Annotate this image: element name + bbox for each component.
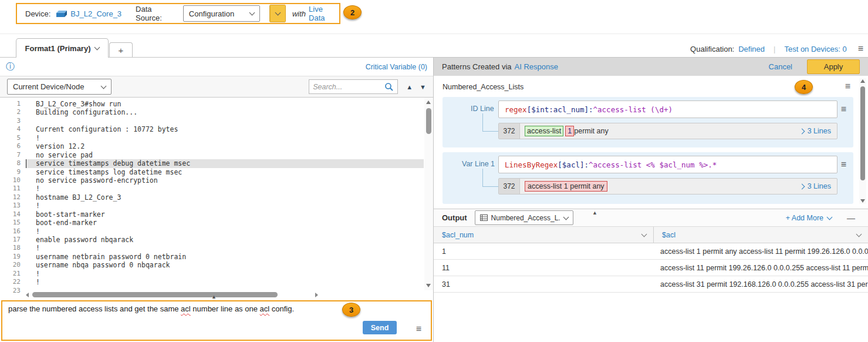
add-more-button[interactable]: + Add More — [786, 214, 832, 222]
scope-select[interactable]: Current Device/Node — [7, 79, 112, 95]
prompt-menu-icon[interactable]: ≡ — [416, 324, 421, 334]
device-icon — [56, 10, 67, 18]
line-text: ! — [26, 278, 424, 286]
critical-variable-link[interactable]: Critical Variable (0) — [366, 63, 427, 71]
search-next-button[interactable]: ▼ — [420, 83, 426, 90]
pattern-scrollbar[interactable] — [859, 78, 866, 204]
cell-acl: access-list 31 permit 192.168.126.0 0.0.… — [654, 276, 868, 292]
code-line[interactable]: 8service timestamps debug datetime msec — [0, 159, 433, 167]
code-editor[interactable]: 1BJ_L2_Core_3#show run2Building configur… — [0, 98, 433, 299]
id-line-menu-icon[interactable]: ≡ — [841, 105, 846, 114]
search-input[interactable] — [313, 83, 384, 91]
output-table-body: 1access-list 1 permit any access-list 11… — [434, 243, 868, 293]
code-line[interactable]: 2Building configuration... — [0, 108, 433, 116]
scroll-right-arrow[interactable] — [315, 293, 318, 297]
search-box — [309, 79, 398, 94]
line-number: 11 — [0, 185, 26, 193]
minimize-icon[interactable]: — — [847, 213, 855, 223]
prompt-segment: acl — [260, 304, 270, 313]
info-icon[interactable]: ⓘ — [6, 61, 15, 72]
cancel-button[interactable]: Cancel — [769, 62, 792, 71]
device-selection-group: Device: BJ_L2_Core_3 Data Source: Config… — [16, 3, 340, 24]
scrollbar-thumb[interactable] — [426, 108, 431, 134]
var-line-menu-icon[interactable]: ≡ — [841, 160, 846, 169]
device-label: Device: — [25, 9, 50, 18]
retrieve-dropdown-button[interactable] — [270, 5, 285, 22]
table-row[interactable]: 31access-list 31 permit 192.168.126.0 0.… — [434, 276, 868, 293]
live-data-link[interactable]: Live Data — [309, 5, 339, 22]
scrollbar-thumb[interactable] — [32, 292, 278, 297]
code-line[interactable]: 5! — [0, 134, 433, 142]
prompt-text[interactable]: parse the numbered access lists and get … — [8, 304, 425, 313]
code-line[interactable]: 4Current configuration : 10772 bytes — [0, 125, 433, 133]
code-line[interactable]: 22! — [0, 278, 433, 286]
output-toolbar: Output Numbered_Access_L... ▲ + Add More… — [434, 209, 868, 227]
code-line[interactable]: 10no service password-encryption — [0, 176, 433, 185]
column-header-acl-num[interactable]: $acl_num — [434, 227, 654, 243]
line-number: 17 — [0, 236, 26, 244]
pattern-definition-area: Numbered_Access_Lists 4 ≡ ID Line regex[… — [434, 76, 868, 209]
code-line[interactable]: 20username nbqa password 0 nbqarack — [0, 261, 433, 269]
test-on-devices-link[interactable]: Test on Devices: 0 — [784, 45, 846, 53]
ai-prompt-box[interactable]: parse the numbered access lists and get … — [1, 300, 432, 341]
add-tab-button[interactable]: + — [109, 42, 133, 58]
code-line[interactable]: 6version 12.2 — [0, 142, 433, 150]
code-line[interactable]: 18! — [0, 244, 433, 252]
output-table-select[interactable]: Numbered_Access_L... — [475, 210, 573, 225]
code-line[interactable]: 12hostname BJ_L2_Core_3 — [0, 193, 433, 202]
apply-button[interactable]: Apply — [807, 59, 860, 74]
data-source-select[interactable]: Configuration — [183, 5, 261, 22]
chevron-right-icon — [799, 183, 805, 189]
column-header-acl[interactable]: $acl — [654, 227, 868, 243]
horizontal-scrollbar[interactable] — [26, 291, 318, 299]
ai-response-link[interactable]: AI Response — [515, 62, 558, 71]
menu-icon[interactable]: ≡ — [858, 44, 863, 53]
line-number: 19 — [0, 253, 26, 261]
collapse-handle-icon[interactable]: ▲ — [592, 210, 597, 216]
config-editor-panel: ⓘ Critical Variable (0) Current Device/N… — [0, 58, 434, 342]
line-number: 14 — [0, 210, 26, 219]
code-line[interactable]: 13! — [0, 202, 433, 210]
match-line-number: 372 — [499, 179, 520, 194]
qualification-defined-link[interactable]: Defined — [738, 45, 765, 53]
scroll-down-arrow[interactable] — [860, 199, 865, 203]
scrollbar-thumb[interactable] — [860, 86, 865, 180]
line-text: no service password-encryption — [26, 176, 424, 185]
scroll-down-arrow[interactable] — [426, 284, 431, 287]
scroll-left-arrow[interactable] — [26, 293, 29, 297]
collapse-handle-icon[interactable]: ▲ — [211, 294, 217, 300]
code-line[interactable]: 9service timestamps log datetime msec — [0, 168, 433, 176]
code-line[interactable]: 1BJ_L2_Core_3#show run — [0, 100, 433, 108]
search-prev-button[interactable]: ▲ — [406, 83, 413, 90]
qualification-label: Qualification: — [690, 45, 734, 53]
code-line[interactable]: 11! — [0, 185, 433, 193]
vertical-scrollbar[interactable] — [424, 98, 433, 290]
pattern-menu-icon[interactable]: ≡ — [845, 82, 850, 91]
code-line[interactable]: 7no service pad — [0, 151, 433, 159]
id-line-regex-input[interactable]: regex[$int:acl_num]:^access-list (\d+) — [498, 100, 837, 118]
line-number: 15 — [0, 219, 26, 227]
code-line[interactable]: 17enable password nbqarack — [0, 236, 433, 244]
code-line[interactable]: 16! — [0, 227, 433, 236]
id-expand-lines-link[interactable]: 3 Lines — [800, 127, 831, 135]
code-line[interactable]: 3 — [0, 117, 433, 125]
send-button[interactable]: Send — [363, 321, 397, 334]
var-expand-lines-link[interactable]: 3 Lines — [800, 182, 831, 190]
scroll-up-arrow[interactable] — [860, 79, 865, 83]
lines-link-label: 3 Lines — [808, 182, 831, 190]
code-line[interactable]: 19username netbrain password 0 netbrain — [0, 253, 433, 261]
var-line-regex-input[interactable]: LinesByRegex[$acl]:^access-list <% $acl_… — [498, 156, 837, 173]
app-window: Device: BJ_L2_Core_3 Data Source: Config… — [0, 0, 868, 342]
step-badge-3: 3 — [342, 303, 360, 317]
table-row[interactable]: 11access-list 11 permit 199.26.126.0 0.0… — [434, 260, 868, 276]
scroll-up-arrow[interactable] — [426, 100, 431, 104]
code-line[interactable]: 15boot-end-marker — [0, 219, 433, 227]
code-line[interactable]: 14boot-start-marker — [0, 210, 433, 219]
code-line[interactable]: 21! — [0, 270, 433, 278]
lines-link-label: 3 Lines — [808, 127, 831, 135]
search-icon[interactable] — [384, 82, 394, 92]
line-text: boot-end-marker — [26, 219, 424, 227]
tab-format1-primary[interactable]: Format1 (Primary) — [16, 38, 109, 58]
table-row[interactable]: 1access-list 1 permit any access-list 11… — [434, 243, 868, 260]
device-name-link[interactable]: BJ_L2_Core_3 — [70, 9, 121, 18]
